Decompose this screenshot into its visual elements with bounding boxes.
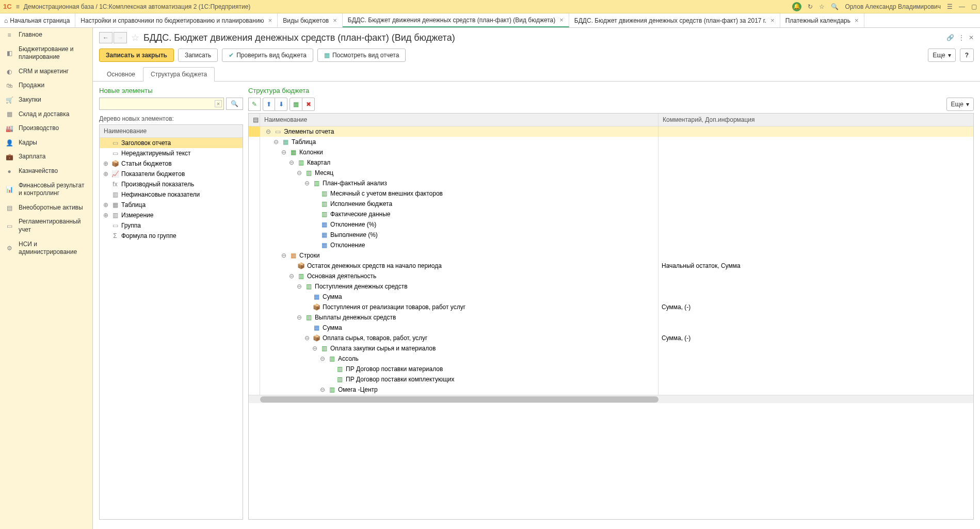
structure-row[interactable]: ⊖▦Колонки [249, 147, 973, 157]
structure-row[interactable]: ⊖▦Таблица [249, 137, 973, 147]
more-button[interactable]: Еще ▾ [928, 49, 955, 62]
structure-row[interactable]: 📦Остаток денежных средств на начало пери… [249, 261, 973, 271]
favorites-icon[interactable]: ☆ [819, 3, 825, 10]
element-tree-row[interactable]: ⊕📈Показатели бюджетов [100, 169, 243, 179]
drag-handle-icon[interactable] [249, 271, 260, 281]
expand-icon[interactable]: ⊕ [103, 160, 109, 167]
move-up-button[interactable]: ⬆ [263, 98, 275, 111]
tab-close-icon[interactable]: × [559, 16, 564, 24]
expand-icon[interactable]: ⊖ [281, 149, 287, 156]
drag-handle-icon[interactable] [249, 188, 260, 199]
drag-handle-icon[interactable] [249, 364, 260, 374]
add-struct-button[interactable]: ▦ [290, 98, 302, 111]
clear-search-icon[interactable]: × [215, 100, 222, 107]
delete-struct-button[interactable]: ✖ [302, 98, 315, 111]
expand-icon[interactable]: ⊖ [312, 345, 318, 352]
structure-row[interactable]: ⊖▥Основная деятельность [249, 271, 973, 281]
sidebar-item-12[interactable]: ▭Регламентированный учет [0, 215, 92, 237]
drag-handle-icon[interactable] [249, 292, 260, 302]
drag-handle-icon[interactable] [249, 168, 260, 178]
structure-row[interactable]: ⊖▥Месяц [249, 168, 973, 178]
drag-handle-icon[interactable] [249, 178, 260, 188]
save-button[interactable]: Записать [178, 49, 218, 62]
structure-row[interactable]: ⊖▥Квартал [249, 157, 973, 168]
structure-row[interactable]: ▦Сумма [249, 323, 973, 333]
favorite-star-icon[interactable]: ☆ [131, 32, 139, 43]
col-comment-header[interactable]: Комментарий, Доп.информация [658, 114, 973, 126]
drag-handle-icon[interactable] [249, 333, 260, 343]
sidebar-item-0[interactable]: ≡Главное [0, 28, 92, 42]
structure-row[interactable]: ⊖▥Оплата закупки сырья и материалов [249, 343, 973, 354]
settings-bars-icon[interactable]: ☰ [947, 3, 953, 10]
sidebar-item-1[interactable]: ◧Бюджетирование и планирование [0, 42, 92, 65]
sidebar-item-10[interactable]: 📊Финансовый результат и контроллинг [0, 179, 92, 201]
tab-main[interactable]: Основное [99, 67, 143, 81]
notifications-icon[interactable]: 🔔 [792, 2, 801, 11]
search-icon[interactable]: 🔍 [831, 3, 839, 10]
drag-handle-icon[interactable] [249, 219, 260, 230]
more-vert-icon[interactable]: ⋮ [958, 34, 965, 41]
sidebar-item-8[interactable]: 💼Зарплата [0, 150, 92, 164]
structure-more-button[interactable]: Еще ▾ [946, 98, 974, 111]
tab-1[interactable]: Настройки и справочники по бюджетировани… [75, 13, 278, 27]
drag-handle-icon[interactable] [249, 250, 260, 261]
preview-report-button[interactable]: ▦Посмотреть вид отчета [317, 49, 406, 62]
expand-icon[interactable]: ⊖ [304, 180, 310, 187]
expand-icon[interactable]: ⊖ [288, 159, 295, 166]
expand-icon[interactable]: ⊕ [103, 212, 109, 219]
drag-handle-icon[interactable] [249, 147, 260, 157]
structure-row[interactable]: ⊖▥Ассоль [249, 354, 973, 364]
tab-close-icon[interactable]: × [855, 17, 859, 24]
structure-row[interactable]: ▦Отклонение [249, 240, 973, 250]
element-tree-row[interactable]: ▭Заголовок отчета [100, 138, 243, 148]
sidebar-item-7[interactable]: 👤Кадры [0, 136, 92, 150]
close-page-icon[interactable]: ✕ [969, 34, 974, 41]
nav-forward-button[interactable]: → [114, 32, 127, 43]
sidebar-item-6[interactable]: 🏭Производство [0, 121, 92, 136]
maximize-icon[interactable]: ▢ [971, 3, 977, 10]
tab-2[interactable]: Виды бюджетов× [278, 13, 343, 27]
structure-row[interactable]: ⊖▥План-фактный анализ [249, 178, 973, 188]
element-tree-row[interactable]: ▥Нефинансовые показатели [100, 189, 243, 200]
drag-handle-icon[interactable] [249, 323, 260, 333]
history-icon[interactable]: ↻ [808, 3, 813, 10]
move-down-button[interactable]: ⬇ [275, 98, 287, 111]
drag-handle-icon[interactable] [249, 261, 260, 271]
expand-icon[interactable]: ⊖ [296, 283, 302, 290]
edit-button[interactable]: ✎ [248, 98, 261, 111]
help-button[interactable]: ? [960, 49, 974, 62]
check-budget-button[interactable]: ✔Проверить вид бюджета [222, 49, 313, 62]
element-tree-row[interactable]: ⊕📦Статьи бюджетов [100, 158, 243, 169]
tab-5[interactable]: Платежный календарь× [780, 13, 864, 27]
col-name-header[interactable]: Наименование [260, 114, 658, 126]
drag-handle-icon[interactable] [249, 126, 260, 137]
drag-handle-icon[interactable] [249, 343, 260, 354]
sidebar-item-5[interactable]: ▦Склад и доставка [0, 107, 92, 122]
element-tree-row[interactable]: ⊕▥Измерение [100, 210, 243, 220]
expand-icon[interactable]: ⊖ [296, 169, 302, 177]
tab-3[interactable]: БДДС. Бюджет движения денежных средств (… [343, 13, 569, 27]
drag-handle-icon[interactable] [249, 312, 260, 323]
expand-icon[interactable]: ⊖ [265, 128, 271, 135]
drag-handle-icon[interactable] [249, 157, 260, 168]
expand-icon[interactable]: ⊖ [319, 355, 326, 362]
tab-4[interactable]: БДДС. Бюджет движения денежных средств (… [569, 13, 780, 27]
minimize-icon[interactable]: — [959, 3, 965, 10]
structure-row[interactable]: ▦Выполнение (%) [249, 230, 973, 240]
drag-handle-icon[interactable] [249, 230, 260, 240]
structure-row[interactable]: ▦Сумма [249, 292, 973, 302]
structure-row[interactable]: ▥Месячный с учетом внешних факторов [249, 188, 973, 199]
structure-row[interactable]: ▦Отклонение (%) [249, 219, 973, 230]
structure-row[interactable]: ⊖▥Омега -Центр [249, 384, 973, 395]
expand-icon[interactable]: ⊕ [103, 201, 109, 209]
horizontal-scrollbar[interactable] [249, 395, 973, 403]
tab-close-icon[interactable]: × [770, 17, 775, 24]
expand-icon[interactable]: ⊖ [273, 138, 279, 146]
structure-row[interactable]: ⊖▥Поступления денежных средств [249, 281, 973, 292]
structure-row[interactable]: ▥Фактические данные [249, 209, 973, 219]
expand-icon[interactable]: ⊖ [288, 272, 295, 280]
structure-row[interactable]: ⊖▭Элементы отчета [249, 126, 973, 137]
expand-icon[interactable]: ⊖ [296, 314, 302, 321]
search-button[interactable]: 🔍 [226, 98, 243, 110]
structure-row[interactable]: ▥ПР Договор поставки комплектующих [249, 374, 973, 384]
